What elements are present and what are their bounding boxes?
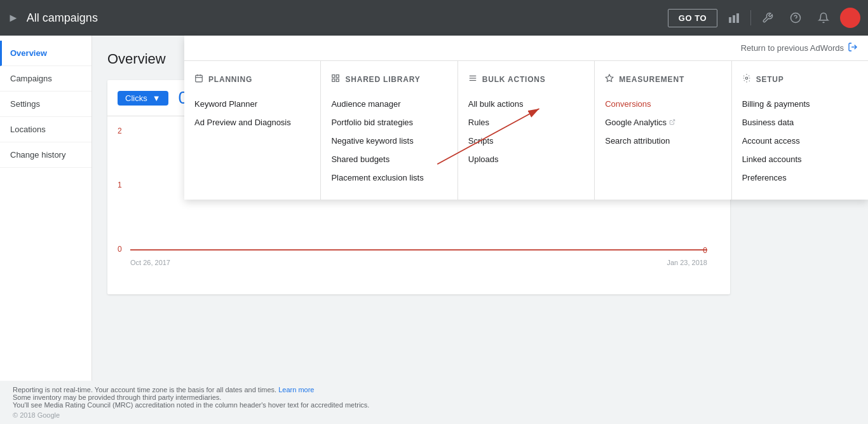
footer-line3: You'll see Media Rating Council (MRC) ac… [13,401,855,409]
menu-item-preferences[interactable]: Preferences [742,168,858,187]
svg-line-20 [672,120,675,123]
menu-item-audience-manager[interactable]: Audience manager [331,95,447,113]
setup-header: SETUP [742,74,858,85]
measurement-icon [605,74,614,85]
menu-col-shared-library: SHARED LIBRARY Audience manager Portfoli… [321,61,458,200]
menu-item-linked-accounts[interactable]: Linked accounts [742,150,858,168]
menu-item-uploads[interactable]: Uploads [468,150,584,168]
main-layout: Overview Campaigns Settings Locations Ch… [0,36,868,424]
nav-left: ► All campaigns [8,11,668,25]
svg-rect-12 [332,75,335,78]
menu-item-conversions[interactable]: Conversions [605,95,721,113]
footer: Reporting is not real-time. Your account… [0,381,868,424]
sidebar-item-change-history[interactable]: Change history [0,142,92,168]
sidebar-item-overview[interactable]: Overview [0,41,92,66]
footer-line2: Some inventory may be provided through t… [13,393,855,401]
chart-icon-button[interactable] [722,6,745,29]
menu-item-rules[interactable]: Rules [468,113,584,132]
goto-button[interactable]: GO TO [668,9,717,27]
menu-item-shared-budgets[interactable]: Shared budgets [331,150,447,168]
exit-icon [848,42,858,54]
planning-icon [194,74,203,85]
svg-rect-13 [337,75,339,78]
footer-line1: Reporting is not real-time. Your account… [13,386,855,393]
svg-rect-8 [196,75,203,81]
menu-col-measurement: MEASUREMENT Conversions Google Analytics… [595,61,731,200]
nav-expand-icon[interactable]: ► [8,11,19,25]
menu-item-search-attribution[interactable]: Search attribution [605,132,721,150]
svg-rect-1 [733,15,735,23]
svg-marker-19 [606,74,613,81]
chart-date-right: Jan 23, 2018 [667,259,707,266]
shared-library-icon [331,74,340,85]
sidebar: Overview Campaigns Settings Locations Ch… [0,36,92,424]
top-navigation: ► All campaigns GO TO [0,0,868,36]
menu-item-scripts[interactable]: Scripts [468,132,584,150]
avatar-button[interactable] [840,8,860,28]
learn-more-link[interactable]: Learn more [278,386,314,393]
menu-item-business-data[interactable]: Business data [742,113,858,132]
footer-copyright: © 2018 Google [13,411,855,419]
svg-rect-15 [337,79,339,81]
menu-item-portfolio-bid[interactable]: Portfolio bid strategies [331,113,447,132]
chart-y-label-2: 2 [118,127,122,135]
return-label: Return to previous AdWords [741,43,844,53]
bulk-actions-header: BULK ACTIONS [468,74,584,85]
svg-rect-14 [332,79,335,81]
chart-y-label-0: 0 [118,245,122,254]
svg-rect-2 [736,13,739,23]
mega-menu: Return to previous AdWords PLANNING Keyw [184,36,868,200]
nav-right: GO TO [668,6,860,29]
nav-divider [750,10,751,25]
menu-item-placement-exclusion[interactable]: Placement exclusion lists [331,168,447,187]
external-link-icon [669,119,675,127]
content-area: Overview Clicks ▼ 0 2 1 0 [92,36,868,424]
menu-item-negative-keywords[interactable]: Negative keyword lists [331,132,447,150]
metric-label: Clicks [125,93,147,103]
measurement-header: MEASUREMENT [605,74,721,85]
menu-col-setup: SETUP Billing & payments Business data A… [732,61,868,200]
help-icon-button[interactable] [784,6,807,29]
dropdown-icon: ▼ [153,93,161,103]
svg-point-21 [745,77,748,79]
menu-item-billing[interactable]: Billing & payments [742,95,858,113]
menu-item-all-bulk-actions[interactable]: All bulk actions [468,95,584,113]
sidebar-item-locations[interactable]: Locations [0,117,92,142]
sidebar-item-settings[interactable]: Settings [0,92,92,117]
wrench-icon-button[interactable] [756,6,779,29]
mega-menu-top-bar[interactable]: Return to previous AdWords [184,36,868,61]
planning-header: PLANNING [194,74,310,85]
menu-item-account-access[interactable]: Account access [742,132,858,150]
menu-item-keyword-planner[interactable]: Keyword Planner [194,95,310,113]
bell-icon-button[interactable] [812,6,835,29]
metric-tab-clicks[interactable]: Clicks ▼ [118,91,168,106]
setup-icon [742,74,751,85]
menu-item-ad-preview[interactable]: Ad Preview and Diagnosis [194,113,310,132]
bulk-actions-icon [468,74,477,85]
mega-menu-columns: PLANNING Keyword Planner Ad Preview and … [184,61,868,200]
menu-col-planning: PLANNING Keyword Planner Ad Preview and … [184,61,321,200]
shared-library-header: SHARED LIBRARY [331,74,447,85]
menu-col-bulk-actions: BULK ACTIONS All bulk actions Rules Scri… [458,61,595,200]
chart-y-label-1: 1 [118,181,122,189]
chart-date-left: Oct 26, 2017 [130,259,170,266]
svg-rect-0 [729,17,731,23]
chart-zero-right: 0 [703,246,707,255]
sidebar-item-campaigns[interactable]: Campaigns [0,66,92,92]
app-title: All campaigns [27,11,98,25]
menu-item-google-analytics[interactable]: Google Analytics [605,113,721,132]
